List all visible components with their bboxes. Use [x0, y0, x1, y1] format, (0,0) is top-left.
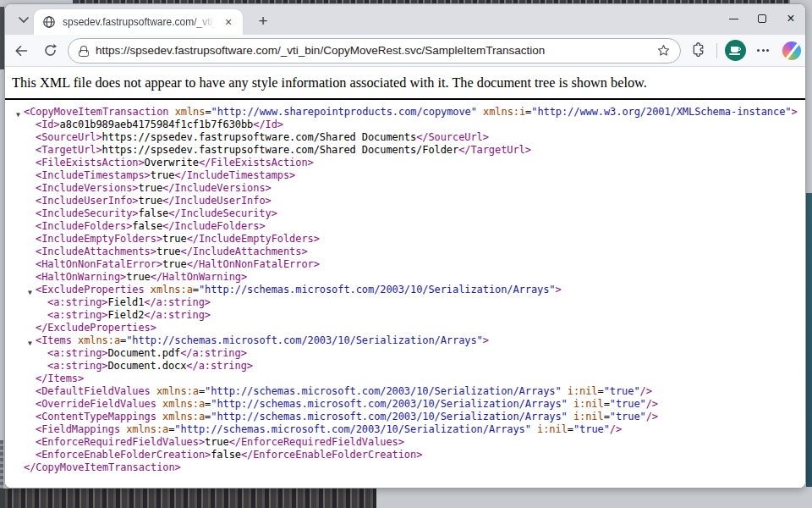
xml-text: [531, 423, 537, 435]
xml-line: ▼<ExcludeProperties xmlns:a="http://sche…: [16, 284, 805, 296]
xml-line: <IncludeFolders>false</IncludeFolders>: [16, 220, 805, 233]
xml-text: Document.docx: [107, 360, 186, 372]
favorite-star-icon[interactable]: [653, 41, 673, 61]
xml-tag: <TargetUrl>: [36, 144, 102, 156]
xml-line: <SourceUrl>https://spsedev.fastrupsoftwa…: [16, 131, 805, 144]
chevron-down-icon: [18, 16, 30, 24]
xml-line: <a:string>Field1</a:string>: [16, 296, 805, 309]
xml-tag: </HaltOnWarning>: [151, 271, 247, 283]
xml-line: <FileExistsAction>Overwrite</FileExistsA…: [16, 157, 805, 169]
xml-attr-value: "http://schemas.microsoft.com/2003/10/Se…: [205, 385, 562, 397]
xml-tag: </EnforceRequiredFieldValues>: [229, 436, 404, 448]
xml-tag: <SourceUrl>: [36, 131, 102, 143]
xml-text: =: [604, 411, 610, 422]
profile-avatar[interactable]: [725, 40, 746, 61]
maximize-button[interactable]: [748, 4, 776, 33]
xml-line: <a:string>Document.docx</a:string>: [16, 360, 805, 373]
xml-line: <HaltOnNonFatalError>true</HaltOnNonFata…: [16, 258, 805, 271]
xml-text: =: [193, 284, 199, 295]
xml-text: Field1: [107, 296, 144, 308]
browser-toolbar: https://spsedev.fastrupsoftware.com/_vti…: [5, 35, 805, 67]
refresh-icon: [43, 43, 58, 58]
xml-tag: />: [646, 398, 658, 410]
xml-tag: </SourceUrl>: [416, 131, 489, 143]
xml-tag: </IncludeSecurity>: [168, 207, 277, 219]
xml-line: <IncludeEmptyFolders>true</IncludeEmptyF…: [16, 233, 805, 246]
xml-text: true: [162, 258, 187, 270]
xml-tag: <ContentTypeMappings: [36, 411, 156, 422]
xml-attr-value: "true": [610, 411, 646, 422]
xml-text: [568, 411, 573, 422]
xml-attr-value: "true": [604, 385, 640, 397]
address-bar[interactable]: https://spsedev.fastrupsoftware.com/_vti…: [68, 38, 681, 64]
xml-attr-name: i:nil: [573, 398, 604, 410]
xml-line: <IncludeVersions>true</IncludeVersions>: [16, 182, 805, 195]
xml-tag: />: [646, 411, 658, 422]
lock-icon[interactable]: [79, 46, 89, 58]
tab-close-icon[interactable]: ×: [221, 14, 236, 30]
xml-attr-name: xmlns:i: [483, 106, 525, 118]
url-text[interactable]: https://spsedev.fastrupsoftware.com/_vti…: [96, 44, 653, 57]
xml-text: =: [205, 106, 211, 118]
xml-line: <a:string>Document.pdf</a:string>: [16, 347, 805, 360]
page-content: This XML file does not appear to have an…: [5, 67, 805, 489]
copilot-button[interactable]: [782, 41, 801, 60]
active-tab[interactable]: spsedev.fastrupsoftware.com/_vti_b ×: [34, 9, 243, 35]
refresh-button[interactable]: [37, 38, 63, 64]
xml-attr-value: "true": [573, 423, 610, 435]
xml-attr-value: "http://schemas.microsoft.com/2003/10/Se…: [199, 284, 556, 295]
new-tab-button[interactable]: +: [252, 10, 274, 32]
xml-text: =: [604, 398, 610, 410]
xml-text: [72, 334, 78, 346]
background-artifact-bottom: [0, 489, 376, 508]
xml-tag: <IncludeSecurity>: [36, 207, 138, 219]
xml-tag: <FileExistsAction>: [36, 157, 145, 168]
xml-tag: </IncludeFolders>: [162, 220, 265, 232]
xml-text: [562, 385, 568, 397]
puzzle-icon: [690, 42, 706, 58]
xml-text: [568, 398, 573, 410]
xml-attr-name: xmlns: [175, 106, 206, 118]
xml-line: </ExcludeProperties>: [16, 322, 805, 334]
xml-text: [145, 284, 151, 295]
xml-attr-name: xmlns:a: [126, 423, 168, 435]
tab-search-button[interactable]: [12, 8, 36, 31]
back-button[interactable]: [8, 38, 34, 64]
xml-text: true: [138, 195, 162, 207]
xml-line: <OverrideFieldValues xmlns:a="http://sch…: [16, 398, 805, 411]
back-arrow-icon: [14, 43, 29, 58]
settings-menu-button[interactable]: [751, 39, 775, 63]
minimize-button[interactable]: [719, 4, 748, 33]
xml-line: <EnforceRequiredFieldValues>true</Enforc…: [16, 436, 805, 449]
xml-text: [151, 385, 156, 397]
close-icon: ×: [787, 12, 794, 25]
xml-text: [156, 411, 162, 422]
xml-attr-name: xmlns:a: [162, 411, 205, 422]
xml-text: a8c01b989aeb4175984f1cf1b7f630bb: [60, 119, 254, 130]
xml-tag: <ExcludeProperties: [36, 284, 145, 295]
xml-tag: </a:string>: [144, 296, 211, 308]
xml-tag: </EnforceEnableFolderCreation>: [241, 449, 422, 461]
xml-tag: <EnforceRequiredFieldValues>: [36, 436, 205, 448]
toolbar-divider: [716, 43, 717, 58]
xml-line: <IncludeUserInfo>true</IncludeUserInfo>: [16, 195, 805, 207]
window-controls: ×: [719, 4, 805, 35]
xml-text: Overwrite: [145, 157, 199, 168]
xml-text: true: [151, 169, 175, 181]
extensions-button[interactable]: [686, 39, 710, 63]
xml-attr-value: "http://schemas.microsoft.com/2003/10/Se…: [211, 398, 568, 410]
xml-tag: <a:string>: [47, 296, 107, 308]
xml-tag: <a:string>: [47, 347, 107, 359]
xml-text: https://spsedev.fastrupsoftware.com/Shar…: [102, 131, 417, 143]
xml-tag: </IncludeEmptyFolders>: [187, 233, 320, 245]
tab-title: spsedev.fastrupsoftware.com/_vti_b: [63, 16, 221, 28]
xml-line: <FieldMappings xmlns:a="http://schemas.m…: [16, 423, 805, 436]
xml-tag: </a:string>: [144, 309, 211, 321]
xml-text: true: [138, 182, 162, 194]
background-artifact-left-lower: [0, 440, 3, 491]
xml-text: [156, 398, 162, 410]
xml-tag: </Items>: [36, 373, 84, 384]
xml-attr-name: xmlns:a: [151, 284, 193, 295]
xml-attr-value: "http://schemas.microsoft.com/2003/10/Se…: [174, 423, 531, 435]
close-button[interactable]: ×: [776, 4, 805, 33]
